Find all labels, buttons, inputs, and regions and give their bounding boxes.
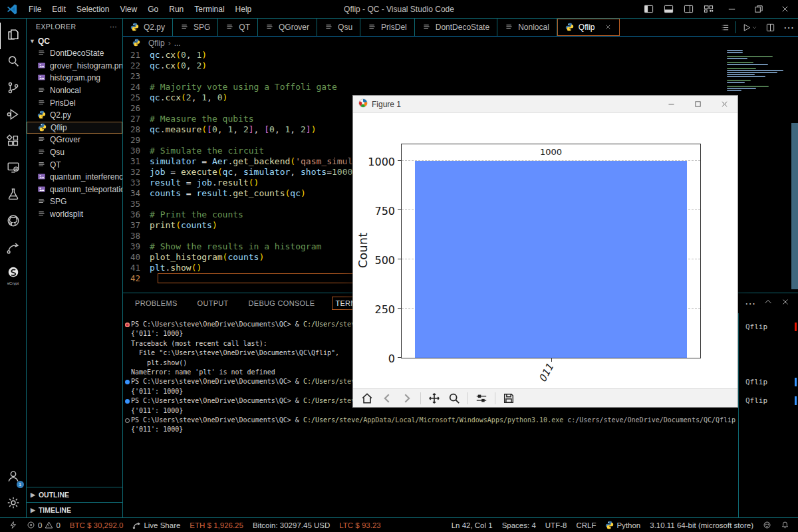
tab-q2.py[interactable]: Q2.py	[123, 19, 173, 36]
forward-tool-icon[interactable]	[398, 390, 416, 406]
save-tool-icon[interactable]	[500, 390, 517, 406]
activity-item-testing[interactable]	[0, 182, 27, 209]
activity-item-liveshare[interactable]	[0, 235, 27, 262]
status-encoding[interactable]: UTF-8	[541, 518, 572, 532]
run-python-file-button[interactable]	[737, 23, 761, 33]
panel-tab-problems[interactable]: PROBLEMS	[132, 297, 180, 309]
menu-go[interactable]: Go	[142, 5, 164, 14]
home-tool-icon[interactable]	[358, 390, 376, 406]
file-row-q2-py[interactable]: Q2.py	[27, 109, 122, 122]
menu-terminal[interactable]: Terminal	[189, 5, 229, 14]
activity-item-source-control[interactable]	[0, 76, 27, 102]
ticker-btc[interactable]: BTC $ 30,292.0	[65, 518, 128, 532]
back-tool-icon[interactable]	[378, 390, 396, 406]
close-button[interactable]	[771, 1, 798, 18]
activity-item-scrypt[interactable]: sCrypt	[0, 262, 27, 289]
feedback-icon[interactable]	[758, 518, 776, 532]
tab-qsu[interactable]: Qsu	[317, 19, 360, 36]
file-row-quantum-interferenc-[interactable]: quantum_interferenc...	[27, 171, 122, 184]
code-line-24[interactable]: 24# Majority vote using a Toffoli gate	[123, 82, 798, 92]
problems-status[interactable]: 0 0	[22, 518, 65, 532]
figure-maximize-button[interactable]	[684, 96, 711, 113]
file-row-nonlocal[interactable]: Nonlocal	[27, 84, 122, 97]
tab-nonlocal[interactable]: Nonlocal	[497, 19, 557, 36]
status-eol[interactable]: CRLF	[571, 518, 600, 532]
terminal-list-item[interactable]: Qflip	[745, 322, 798, 332]
code-line-21[interactable]: 21qc.cx(0, 1)	[123, 50, 798, 61]
restore-button[interactable]	[745, 1, 771, 18]
panel-tab-output[interactable]: OUTPUT	[195, 297, 231, 309]
explorer-more-icon[interactable]: ⋯	[110, 23, 117, 31]
editor-more-actions-icon[interactable]: ⋯	[779, 21, 798, 34]
menu-view[interactable]: View	[114, 5, 142, 14]
close-panel-icon[interactable]	[781, 297, 790, 309]
editor-scrollbar[interactable]	[791, 123, 798, 289]
zoom-tool-icon[interactable]	[446, 390, 463, 406]
tab-spg[interactable]: SPG	[173, 19, 218, 36]
code-line-23[interactable]: 23	[123, 71, 798, 82]
tab-qgrover[interactable]: QGrover	[258, 19, 317, 36]
menu-run[interactable]: Run	[164, 5, 189, 14]
pan-tool-icon[interactable]	[426, 390, 443, 406]
file-row-histogram-png[interactable]: histogram.png	[27, 72, 122, 84]
activity-item-run-debug[interactable]	[0, 102, 27, 129]
ticker-ltc[interactable]: LTC $ 93.23	[334, 518, 385, 532]
figure-minimize-button[interactable]	[658, 96, 684, 113]
file-row-spg[interactable]: SPG	[27, 196, 122, 208]
tab-dontdecostate[interactable]: DontDecoState	[415, 19, 497, 36]
status-interpreter[interactable]: 3.10.11 64-bit (microsoft store)	[645, 518, 758, 532]
code-line-22[interactable]: 22qc.cx(0, 2)	[123, 61, 798, 71]
notifications-bell-icon[interactable]	[776, 518, 794, 532]
breadcrumb[interactable]: Qflip › ...	[123, 37, 798, 50]
remote-indicator[interactable]	[4, 518, 22, 532]
terminal-list-item[interactable]: Qflip	[745, 396, 798, 406]
tab-qflip[interactable]: Qflip	[557, 19, 620, 36]
toggle-panel-icon[interactable]	[658, 1, 678, 18]
minimize-button[interactable]	[718, 1, 745, 18]
activity-item-settings[interactable]	[0, 491, 27, 517]
file-row-worldsplit[interactable]: worldsplit	[27, 208, 122, 221]
split-editor-icon[interactable]	[761, 23, 779, 33]
minimap[interactable]	[727, 50, 790, 94]
menu-help[interactable]: Help	[230, 5, 257, 14]
subplots-tool-icon[interactable]	[473, 390, 490, 406]
customize-layout-icon[interactable]	[698, 1, 718, 18]
activity-item-search[interactable]	[0, 49, 27, 76]
file-row-dontdecostate[interactable]: DontDecoState	[27, 47, 122, 60]
terminal-list-item[interactable]: Qflip	[745, 377, 798, 388]
activity-item-accounts[interactable]: 1	[0, 464, 27, 491]
figure-close-button[interactable]	[711, 96, 737, 113]
file-row-prisdel[interactable]: PrisDel	[27, 96, 122, 109]
toggle-secondary-sidebar-icon[interactable]	[678, 1, 698, 18]
file-row-qflip[interactable]: Qflip	[27, 122, 122, 134]
figure-title-bar[interactable]: Figure 1	[353, 96, 737, 113]
status-language[interactable]: Python	[600, 518, 645, 532]
menu-selection[interactable]: Selection	[71, 5, 114, 14]
file-row-qt[interactable]: QT	[27, 158, 122, 171]
outline-section[interactable]: ▶ OUTLINE	[27, 487, 122, 502]
file-row-qgrover[interactable]: QGrover	[27, 134, 122, 146]
ticker-eth[interactable]: ETH $ 1,926.25	[185, 518, 248, 532]
maximize-panel-icon[interactable]	[763, 297, 773, 309]
status-cursor-position[interactable]: Ln 42, Col 1	[447, 518, 497, 532]
activity-item-remote-explorer[interactable]	[0, 156, 27, 182]
activity-item-explorer[interactable]	[0, 23, 27, 49]
panel-tab-debug-console[interactable]: DEBUG CONSOLE	[246, 297, 318, 309]
live-share-button[interactable]: Live Share	[128, 518, 185, 532]
tab-prisdel[interactable]: PrisDel	[360, 19, 415, 36]
activity-item-extensions[interactable]	[0, 129, 27, 156]
activity-item-github[interactable]	[0, 209, 27, 235]
open-editors-overflow-icon[interactable]	[716, 23, 734, 33]
ticker-bitcoin-usd[interactable]: Bitcoin: 30297.45 USD	[248, 518, 334, 532]
file-row-grover-histogram-png[interactable]: grover_histogram.png	[27, 60, 122, 72]
matplotlib-figure-window[interactable]: Figure 1 Count 025050075010001000011	[352, 95, 738, 408]
file-row-quantum-teleportatio-[interactable]: quantum_teleportatio...	[27, 184, 122, 196]
file-row-qsu[interactable]: Qsu	[27, 146, 122, 159]
tab-close-icon[interactable]	[604, 23, 612, 32]
toggle-sidebar-icon[interactable]	[638, 1, 658, 18]
menu-edit[interactable]: Edit	[47, 5, 71, 14]
folder-row-qc[interactable]: ▼ QC	[27, 35, 122, 47]
menu-file[interactable]: File	[23, 5, 47, 14]
panel-more-icon[interactable]: ⋯	[745, 297, 755, 310]
status-indentation[interactable]: Spaces: 4	[497, 518, 541, 532]
